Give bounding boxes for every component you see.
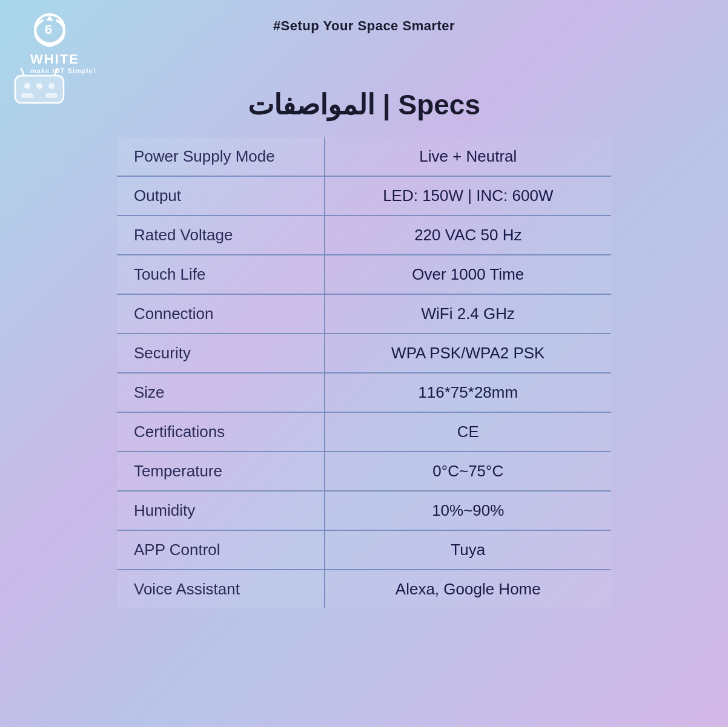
table-row: SecurityWPA PSK/WPA2 PSK: [116, 334, 612, 373]
remote-icon-area: [12, 67, 67, 111]
spec-value: 0°C~75°C: [325, 452, 612, 491]
table-row: ConnectionWiFi 2.4 GHz: [116, 294, 612, 334]
svg-rect-6: [21, 93, 33, 98]
specs-title: المواصفات | Specs: [248, 88, 480, 121]
specs-table: Power Supply ModeLive + NeutralOutputLED…: [116, 136, 612, 610]
svg-point-5: [48, 83, 55, 89]
table-row: Temperature0°C~75°C: [116, 452, 612, 491]
spec-label: Security: [116, 334, 325, 373]
spec-value: Tuya: [325, 530, 612, 570]
spec-value: WiFi 2.4 GHz: [325, 294, 612, 334]
spec-label: Power Supply Mode: [116, 137, 325, 176]
table-row: Power Supply ModeLive + Neutral: [116, 137, 612, 176]
spec-label: Voice Assistant: [116, 570, 325, 609]
hashtag-title: #Setup Your Space Smarter: [273, 12, 455, 34]
svg-text:6: 6: [45, 22, 52, 37]
spec-value: 10%~90%: [325, 491, 612, 530]
spec-label: Certifications: [116, 412, 325, 452]
svg-rect-7: [45, 93, 58, 98]
svg-line-8: [21, 68, 24, 76]
spec-value: Alexa, Google Home: [325, 570, 612, 609]
spec-label: Humidity: [116, 491, 325, 530]
svg-point-4: [36, 83, 42, 89]
spec-label: Touch Life: [116, 255, 325, 294]
spec-label: APP Control: [116, 530, 325, 570]
table-row: Size116*75*28mm: [116, 373, 612, 412]
brand-logo-icon: 6: [30, 12, 70, 51]
spec-value: WPA PSK/WPA2 PSK: [325, 334, 612, 373]
remote-icon: [12, 67, 67, 109]
table-row: CertificationsCE: [116, 412, 612, 452]
spec-value: Live + Neutral: [325, 137, 612, 176]
table-row: APP ControlTuya: [116, 530, 612, 570]
spec-label: Rated Voltage: [116, 215, 325, 255]
spec-value: 116*75*28mm: [325, 373, 612, 412]
spec-value: Over 1000 Time: [325, 255, 612, 294]
spec-label: Connection: [116, 294, 325, 334]
header: 6 WHITE make IOT Simple! #Setup Your Spa…: [18, 12, 710, 34]
svg-point-3: [24, 83, 30, 89]
spec-value: CE: [325, 412, 612, 452]
spec-label: Size: [116, 373, 325, 412]
logo-text: WHITE: [30, 53, 79, 66]
spec-label: Temperature: [116, 452, 325, 491]
table-row: OutputLED: 150W | INC: 600W: [116, 176, 612, 215]
logo-area: 6 WHITE make IOT Simple!: [30, 12, 96, 74]
table-row: Humidity10%~90%: [116, 491, 612, 530]
table-row: Touch LifeOver 1000 Time: [116, 255, 612, 294]
page-wrapper: 6 WHITE make IOT Simple! #Setup Your Spa…: [0, 0, 728, 727]
svg-rect-2: [15, 76, 64, 103]
table-row: Rated Voltage220 VAC 50 Hz: [116, 215, 612, 255]
spec-label: Output: [116, 176, 325, 215]
spec-value: 220 VAC 50 Hz: [325, 215, 612, 255]
table-row: Voice AssistantAlexa, Google Home: [116, 570, 612, 609]
spec-value: LED: 150W | INC: 600W: [325, 176, 612, 215]
svg-line-9: [55, 68, 58, 76]
